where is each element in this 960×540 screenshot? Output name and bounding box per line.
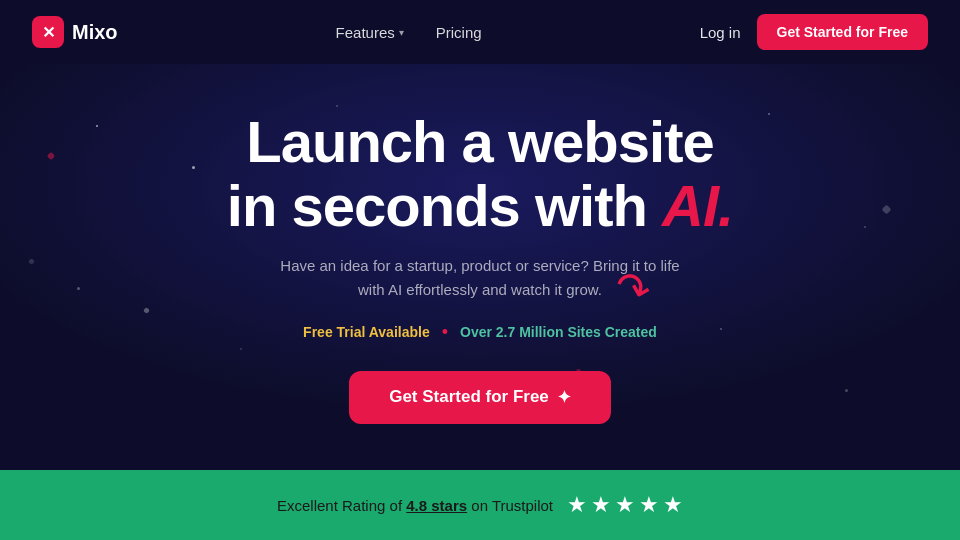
- logo-icon: ✕: [32, 16, 64, 48]
- tp-prefix: Excellent Rating of: [277, 497, 406, 514]
- login-button[interactable]: Log in: [700, 24, 741, 41]
- star-5: ★: [663, 492, 683, 518]
- nav-cta-button[interactable]: Get Started for Free: [757, 14, 928, 50]
- hero-ai-text: AI.: [662, 173, 733, 238]
- nav-center: Features ▾ Pricing: [336, 24, 482, 41]
- hero-title: Launch a website in seconds with AI.: [227, 110, 733, 238]
- hero-content: Launch a website in seconds with AI. Hav…: [227, 110, 733, 424]
- nav-right: Log in Get Started for Free: [700, 14, 928, 50]
- star-4: ★: [639, 492, 659, 518]
- hero-section: ↷ Launch a website in seconds with AI. H…: [0, 64, 960, 470]
- badge-sites: Over 2.7 Million Sites Created: [460, 324, 657, 340]
- nav-pricing[interactable]: Pricing: [436, 24, 482, 41]
- badge-trial: Free Trial Available: [303, 324, 430, 340]
- tp-suffix: on Trustpilot: [471, 497, 553, 514]
- hero-subtitle: Have an idea for a startup, product or s…: [280, 254, 680, 302]
- hero-cta-button[interactable]: Get Started for Free ✦: [349, 371, 611, 424]
- star-2: ★: [591, 492, 611, 518]
- trustpilot-bar: Excellent Rating of 4.8 stars on Trustpi…: [0, 470, 960, 540]
- star-3: ★: [615, 492, 635, 518]
- navbar: ✕ Mixo Features ▾ Pricing Log in Get Sta…: [0, 0, 960, 64]
- badge-separator: •: [442, 322, 448, 343]
- trustpilot-rating: 4.8 stars: [406, 497, 467, 514]
- logo[interactable]: ✕ Mixo: [32, 16, 118, 48]
- trustpilot-text: Excellent Rating of 4.8 stars on Trustpi…: [277, 497, 553, 514]
- chevron-down-icon: ▾: [399, 27, 404, 38]
- star-1: ★: [567, 492, 587, 518]
- trustpilot-stars: ★ ★ ★ ★ ★: [567, 492, 683, 518]
- logo-text: Mixo: [72, 21, 118, 44]
- nav-features[interactable]: Features ▾: [336, 24, 404, 41]
- hero-badges: Free Trial Available • Over 2.7 Million …: [227, 322, 733, 343]
- sparkle-icon: ✦: [557, 387, 571, 408]
